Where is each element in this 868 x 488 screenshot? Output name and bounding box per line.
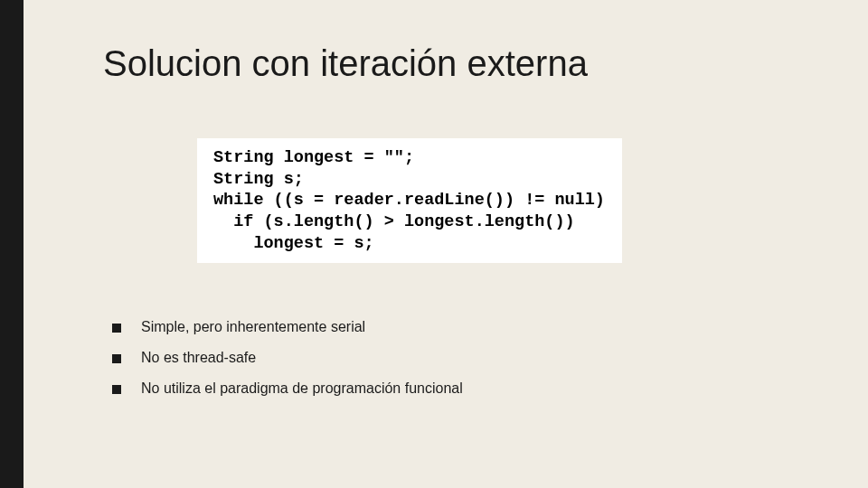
slide-title: Solucion con iteración externa bbox=[103, 43, 805, 84]
list-item-text: Simple, pero inherentemente serial bbox=[141, 319, 365, 335]
slide-content: Solucion con iteración externa String lo… bbox=[24, 0, 868, 488]
list-item: No utiliza el paradigma de programación … bbox=[112, 380, 805, 397]
bullet-list: Simple, pero inherentemente serial No es… bbox=[103, 319, 805, 397]
list-item: Simple, pero inherentemente serial bbox=[112, 319, 805, 335]
square-bullet-icon bbox=[112, 354, 121, 363]
square-bullet-icon bbox=[112, 324, 121, 333]
accent-side-bar bbox=[0, 0, 24, 488]
square-bullet-icon bbox=[112, 385, 121, 394]
list-item-text: No utiliza el paradigma de programación … bbox=[141, 380, 463, 397]
list-item: No es thread-safe bbox=[112, 350, 805, 366]
code-snippet: String longest = ""; String s; while ((s… bbox=[197, 138, 622, 263]
list-item-text: No es thread-safe bbox=[141, 350, 256, 366]
